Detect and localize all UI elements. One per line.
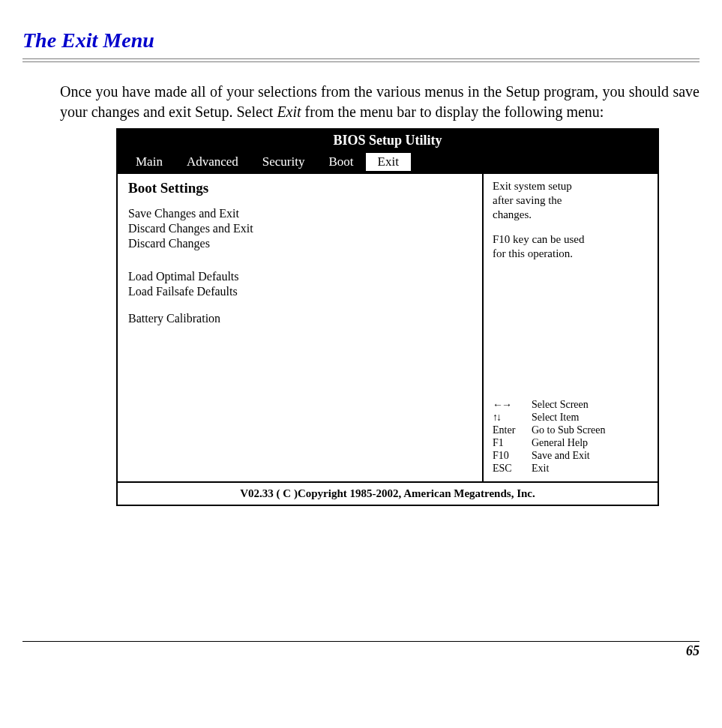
help-line: F10 key can be used <box>493 233 650 246</box>
bios-tab-bar: Main Advanced Security Boot Exit <box>118 151 658 172</box>
legend-key: ESC <box>493 463 532 475</box>
legend-label: Save and Exit <box>532 450 590 462</box>
bios-item-save-exit[interactable]: Save Changes and Exit <box>128 207 472 220</box>
bios-tab-exit[interactable]: Exit <box>366 153 411 171</box>
page-footer-rule <box>22 641 700 642</box>
intro-post: from the menu bar to display the followi… <box>301 103 604 120</box>
bios-panel-heading: Boot Settings <box>128 180 472 196</box>
legend-row: Enter Go to Sub Screen <box>493 424 650 436</box>
legend-row: Select Screen <box>493 399 650 411</box>
bios-key-legend: Select Screen Select Item Enter Go to Su… <box>493 398 650 475</box>
bios-tab-advanced[interactable]: Advanced <box>175 153 250 171</box>
bios-item-discard[interactable]: Discard Changes <box>128 237 472 250</box>
legend-label: Exit <box>532 463 549 475</box>
bios-left-panel: Boot Settings Save Changes and Exit Disc… <box>118 174 484 481</box>
page-number: 65 <box>22 643 700 659</box>
bios-screenshot: BIOS Setup Utility Main Advanced Securit… <box>116 128 659 506</box>
legend-key: F10 <box>493 450 532 462</box>
legend-row: F10 Save and Exit <box>493 450 650 462</box>
bios-body: Boot Settings Save Changes and Exit Disc… <box>118 172 658 481</box>
section-rule <box>22 58 700 62</box>
legend-label: Select Item <box>532 412 579 424</box>
bios-help-text: Exit system setup after saving the chang… <box>493 180 650 262</box>
bios-item-discard-exit[interactable]: Discard Changes and Exit <box>128 222 472 235</box>
bios-footer: V02.33 ( C )Copyright 1985-2002, America… <box>118 481 658 505</box>
legend-key: Enter <box>493 424 532 436</box>
bios-item-load-failsafe[interactable]: Load Failsafe Defaults <box>128 285 472 298</box>
intro-paragraph: Once you have made all of your selection… <box>60 82 700 122</box>
help-line: for this operation. <box>493 247 650 260</box>
bios-item-battery-calibration[interactable]: Battery Calibration <box>128 312 472 325</box>
help-line: changes. <box>493 208 650 221</box>
bios-item-load-optimal[interactable]: Load Optimal Defaults <box>128 270 472 283</box>
legend-label: Go to Sub Screen <box>532 424 605 436</box>
bios-tab-boot[interactable]: Boot <box>316 153 365 171</box>
help-line: after saving the <box>493 194 650 207</box>
section-title: The Exit Menu <box>22 28 700 52</box>
bios-right-panel: Exit system setup after saving the chang… <box>484 174 658 481</box>
arrows-left-right-icon <box>493 399 532 411</box>
legend-label: Select Screen <box>532 399 589 411</box>
legend-label: General Help <box>532 437 588 449</box>
help-line: Exit system setup <box>493 180 650 193</box>
legend-row: F1 General Help <box>493 437 650 449</box>
bios-tab-main[interactable]: Main <box>124 153 175 171</box>
legend-row: Select Item <box>493 412 650 424</box>
bios-tab-security[interactable]: Security <box>250 153 317 171</box>
bios-title: BIOS Setup Utility <box>118 130 658 151</box>
legend-row: ESC Exit <box>493 463 650 475</box>
arrows-up-down-icon <box>493 412 532 424</box>
legend-key: F1 <box>493 437 532 449</box>
intro-em: Exit <box>277 103 301 120</box>
